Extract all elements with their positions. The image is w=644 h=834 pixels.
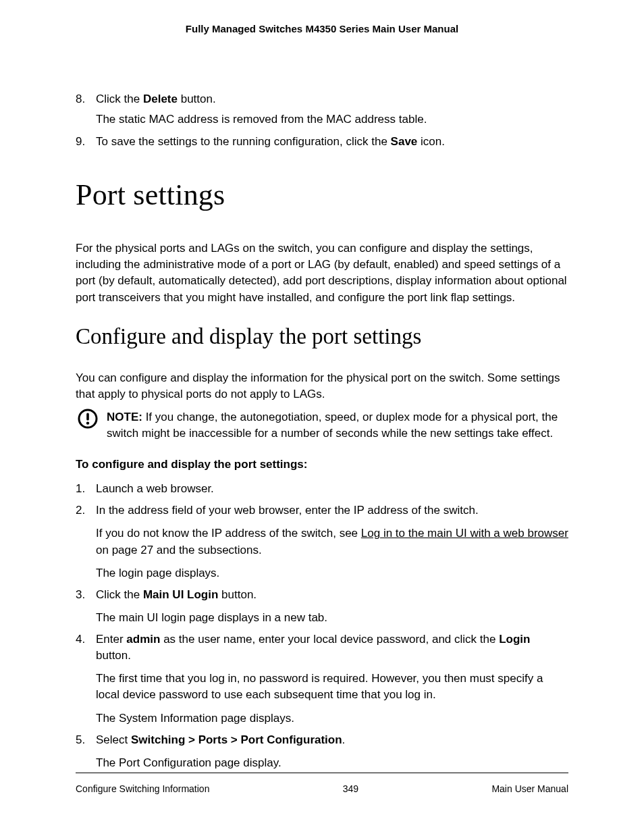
- step-text: Launch a web browser.: [96, 481, 568, 497]
- step-text: The Port Configuration page display.: [96, 755, 568, 771]
- step-text: The System Information page displays.: [96, 710, 568, 727]
- step-number: 5.: [76, 732, 85, 748]
- svg-point-2: [86, 421, 89, 424]
- note-text: NOTE: If you change, the autonegotiation…: [107, 409, 568, 442]
- step-9: 9. To save the settings to the running c…: [76, 134, 568, 150]
- step-text: Enter admin as the user name, enter your…: [96, 631, 568, 664]
- step-number: 2.: [76, 502, 85, 519]
- note-callout: NOTE: If you change, the autonegotiation…: [76, 409, 568, 442]
- subsection-title: Configure and display the port settings: [76, 321, 568, 353]
- step-number: 4.: [76, 631, 85, 648]
- step-text: The static MAC address is removed from t…: [96, 111, 568, 128]
- step-number: 3.: [76, 587, 85, 603]
- section-title: Port settings: [76, 174, 568, 216]
- step-number: 1.: [76, 481, 85, 497]
- step-text: In the address field of your web browser…: [96, 502, 568, 519]
- svg-rect-1: [86, 413, 89, 420]
- note-label: NOTE:: [107, 411, 142, 423]
- step-text: If you do not know the IP address of the…: [96, 525, 568, 558]
- proc-step-1: 1. Launch a web browser.: [76, 481, 568, 497]
- procedure-list: 1. Launch a web browser. 2. In the addre…: [76, 481, 568, 771]
- footer-left: Configure Switching Information: [76, 783, 209, 796]
- page-footer: Configure Switching Information 349 Main…: [76, 773, 568, 800]
- step-text: To save the settings to the running conf…: [96, 134, 568, 150]
- step-text: Click the Delete button.: [96, 91, 568, 107]
- step-number: 9.: [76, 134, 85, 150]
- section-intro-paragraph: For the physical ports and LAGs on the s…: [76, 240, 568, 306]
- page-footer-wrap: Configure Switching Information 349 Main…: [76, 773, 568, 800]
- proc-step-3: 3. Click the Main UI Login button. The m…: [76, 587, 568, 626]
- proc-step-4: 4. Enter admin as the user name, enter y…: [76, 631, 568, 727]
- proc-step-5: 5. Select Switching > Ports > Port Confi…: [76, 732, 568, 771]
- step-text: The login page displays.: [96, 565, 568, 581]
- continued-steps-list: 8. Click the Delete button. The static M…: [76, 91, 568, 149]
- note-body-text: If you change, the autonegotiation, spee…: [107, 411, 558, 440]
- footer-right: Main User Manual: [491, 783, 568, 796]
- procedure-heading: To configure and display the port settin…: [76, 457, 568, 473]
- step-8: 8. Click the Delete button. The static M…: [76, 91, 568, 128]
- page-header: Fully Managed Switches M4350 Series Main…: [76, 22, 568, 36]
- page: Fully Managed Switches M4350 Series Main…: [0, 0, 644, 834]
- warning-icon: [77, 408, 99, 434]
- step-text: Select Switching > Ports > Port Configur…: [96, 732, 568, 748]
- step-text: Click the Main UI Login button.: [96, 587, 568, 603]
- cross-ref-link[interactable]: Log in to the main UI with a web browser: [361, 527, 568, 540]
- footer-page-number: 349: [209, 783, 491, 796]
- step-text: The first time that you log in, no passw…: [96, 671, 568, 703]
- proc-step-2: 2. In the address field of your web brow…: [76, 502, 568, 581]
- step-number: 8.: [76, 91, 85, 107]
- step-text: The main UI login page displays in a new…: [96, 610, 568, 626]
- subsection-intro-paragraph: You can configure and display the inform…: [76, 370, 568, 402]
